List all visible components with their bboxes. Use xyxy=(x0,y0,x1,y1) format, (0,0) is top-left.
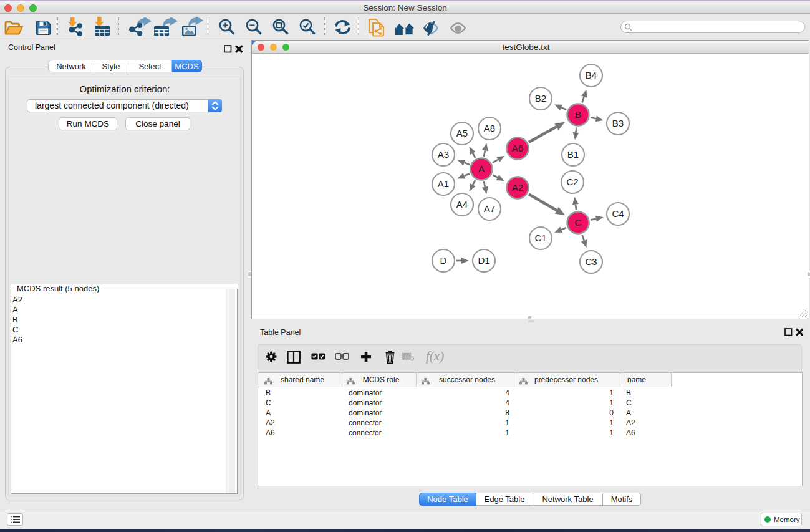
svg-text:C3: C3 xyxy=(585,256,597,267)
svg-text:A6: A6 xyxy=(512,143,523,153)
svg-text:B: B xyxy=(575,109,581,120)
svg-text:C2: C2 xyxy=(566,177,578,187)
svg-text:A: A xyxy=(478,163,485,174)
svg-text:A2: A2 xyxy=(512,182,523,193)
svg-text:C4: C4 xyxy=(612,208,624,219)
svg-text:B4: B4 xyxy=(586,70,597,80)
svg-text:A1: A1 xyxy=(438,178,449,189)
svg-text:D: D xyxy=(440,255,447,266)
svg-text:C: C xyxy=(575,217,582,228)
svg-text:B1: B1 xyxy=(567,149,579,160)
svg-text:A7: A7 xyxy=(484,203,495,214)
svg-text:A5: A5 xyxy=(456,128,468,138)
svg-text:A4: A4 xyxy=(456,199,468,210)
svg-text:D1: D1 xyxy=(478,255,489,266)
svg-text:B3: B3 xyxy=(612,118,624,128)
svg-text:A3: A3 xyxy=(438,149,449,160)
svg-text:C1: C1 xyxy=(534,233,546,243)
svg-text:A8: A8 xyxy=(484,123,495,133)
svg-text:B2: B2 xyxy=(535,93,546,104)
